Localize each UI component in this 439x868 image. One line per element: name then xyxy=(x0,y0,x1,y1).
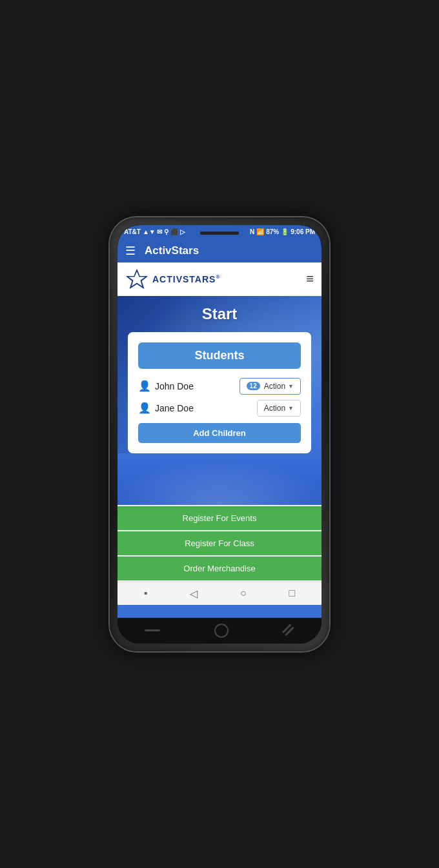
time-text: 9:06 PM xyxy=(291,228,315,235)
app-title: ActivStars xyxy=(145,244,199,257)
phone-bottom-bar xyxy=(117,618,322,644)
nfc-icon: N xyxy=(250,228,254,235)
android-nav-bar: ▪ ◁ ○ □ xyxy=(117,582,322,605)
student-john-doe: 👤 John Doe xyxy=(138,380,194,392)
student-name-text: John Doe xyxy=(155,381,194,391)
hw-home-button[interactable] xyxy=(214,624,229,638)
bottom-buttons: Register For Events Register For Class O… xyxy=(117,505,322,582)
hero-section: Start Students 👤 John Doe xyxy=(117,296,322,453)
overview-icon[interactable]: □ xyxy=(289,587,295,599)
students-button[interactable]: Students xyxy=(138,342,301,369)
action-label: Action xyxy=(264,382,285,391)
dropdown-arrow-icon: ▼ xyxy=(288,383,294,390)
order-merchandise-button[interactable]: Order Merchandise xyxy=(117,557,322,580)
home-icon[interactable]: ○ xyxy=(240,587,247,599)
status-right: N 📶 87% 🔋 9:06 PM xyxy=(250,228,315,235)
action-button-john[interactable]: 12 Action ▼ xyxy=(240,378,301,395)
action-label: Action xyxy=(264,404,285,413)
table-row: 👤 John Doe 12 Action ▼ xyxy=(138,378,301,395)
student-name-text: Jane Doe xyxy=(155,403,194,413)
student-list: 👤 John Doe 12 Action ▼ xyxy=(138,378,301,417)
table-row: 👤 Jane Doe Action ▼ xyxy=(138,400,301,417)
battery-icon: 🔋 xyxy=(281,228,289,235)
brand-registered: ® xyxy=(216,274,220,280)
recent-apps-icon[interactable]: ▪ xyxy=(144,587,148,599)
menu-icon[interactable]: ☰ xyxy=(125,245,136,257)
status-left: AT&T ▲▼ ✉ ⚲ ⬛ ▷ xyxy=(124,228,185,235)
brand-logo: ACTIVSTARS® xyxy=(125,268,220,291)
hw-menu-button[interactable] xyxy=(145,629,160,631)
carrier-text: AT&T xyxy=(124,228,141,235)
signal-icons: ▲▼ ✉ ⚲ ⬛ ▷ xyxy=(143,228,185,235)
person-icon: 👤 xyxy=(138,402,151,414)
action-badge: 12 xyxy=(247,382,260,390)
register-class-label: Register For Class xyxy=(185,538,254,548)
brand-name-text: ACTIVSTARS® xyxy=(152,274,220,284)
battery-text: 87% xyxy=(266,228,279,235)
phone-frame: AT&T ▲▼ ✉ ⚲ ⬛ ▷ N 📶 87% 🔋 9:06 PM ☰ Acti… xyxy=(110,217,329,651)
student-jane-doe: 👤 Jane Doe xyxy=(138,402,194,414)
order-merchandise-label: Order Merchandise xyxy=(183,564,255,573)
students-card: Students 👤 John Doe 12 Action xyxy=(128,332,311,453)
phone-screen: AT&T ▲▼ ✉ ⚲ ⬛ ▷ N 📶 87% 🔋 9:06 PM ☰ Acti… xyxy=(117,225,322,644)
hero-bottom-decoration xyxy=(117,453,322,505)
person-icon: 👤 xyxy=(138,380,151,392)
brand-star-icon xyxy=(125,268,148,291)
start-title: Start xyxy=(125,305,314,323)
back-icon[interactable]: ◁ xyxy=(190,587,198,600)
register-class-button[interactable]: Register For Class xyxy=(117,531,322,555)
content-area: ACTIVSTARS® ≡ Start Students xyxy=(117,262,322,618)
brand-menu-icon[interactable]: ≡ xyxy=(306,271,314,286)
screen-content: AT&T ▲▼ ✉ ⚲ ⬛ ▷ N 📶 87% 🔋 9:06 PM ☰ Acti… xyxy=(117,225,322,644)
wifi-icon: 📶 xyxy=(256,228,264,235)
register-events-button[interactable]: Register For Events xyxy=(117,506,322,530)
brand-header: ACTIVSTARS® ≡ xyxy=(117,262,322,296)
add-children-button[interactable]: Add Children xyxy=(138,423,301,443)
action-button-jane[interactable]: Action ▼ xyxy=(257,400,301,417)
speaker xyxy=(200,232,239,235)
hw-back-button[interactable] xyxy=(282,624,292,633)
register-events-label: Register For Events xyxy=(183,513,257,523)
dropdown-arrow-icon: ▼ xyxy=(288,405,294,411)
app-toolbar: ☰ ActivStars xyxy=(117,239,322,262)
